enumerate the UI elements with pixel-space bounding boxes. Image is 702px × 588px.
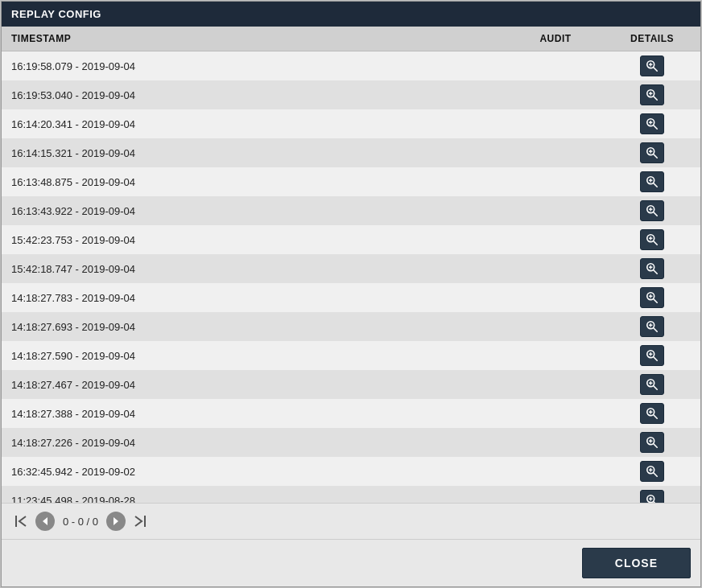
zoom-in-icon (646, 60, 659, 72)
zoom-details-button[interactable] (640, 200, 664, 221)
dialog-header: REPLAY CONFIG (2, 2, 700, 27)
table-row: 14:18:27.467 - 2019-09-04 (2, 370, 700, 399)
zoom-in-icon (646, 465, 659, 478)
cell-audit (507, 196, 604, 225)
cell-audit (507, 109, 604, 138)
cell-audit (507, 80, 604, 109)
cell-timestamp: 16:13:48.875 - 2019-09-04 (2, 167, 507, 196)
cell-details (604, 457, 700, 486)
zoom-details-button[interactable] (640, 142, 664, 163)
cell-details (604, 312, 700, 341)
cell-details (604, 196, 700, 225)
zoom-details-button[interactable] (640, 84, 664, 105)
zoom-in-icon (646, 233, 659, 246)
cell-timestamp: 16:32:45.942 - 2019-09-02 (2, 457, 507, 486)
cell-details (604, 341, 700, 370)
cell-timestamp: 16:19:53.040 - 2019-09-04 (2, 80, 507, 109)
cell-timestamp: 15:42:23.753 - 2019-09-04 (2, 225, 507, 254)
cell-timestamp: 14:18:27.783 - 2019-09-04 (2, 283, 507, 312)
cell-details (604, 428, 700, 457)
first-page-button[interactable] (11, 512, 31, 531)
zoom-details-button[interactable] (640, 171, 664, 192)
table-row: 14:18:27.226 - 2019-09-04 (2, 428, 700, 457)
dialog-body: TIMESTAMP AUDIT DETAILS 16:19:58.079 - 2… (2, 27, 700, 539)
zoom-in-icon (646, 378, 659, 391)
cell-audit (507, 312, 604, 341)
zoom-details-button[interactable] (640, 345, 664, 366)
last-page-button[interactable] (130, 512, 150, 531)
svg-line-41 (654, 357, 657, 360)
col-header-details: DETAILS (604, 27, 700, 51)
zoom-in-icon (646, 262, 659, 275)
svg-line-29 (654, 270, 657, 273)
svg-line-21 (654, 212, 657, 216)
replay-config-dialog: REPLAY CONFIG TIMESTAMP AUDIT DETAILS 16… (1, 1, 701, 587)
cell-timestamp: 14:18:27.467 - 2019-09-04 (2, 370, 507, 399)
zoom-in-icon (646, 494, 659, 503)
table-container: TIMESTAMP AUDIT DETAILS 16:19:58.079 - 2… (2, 27, 700, 503)
cell-timestamp: 11:23:45.498 - 2019-08-28 (2, 486, 507, 503)
zoom-in-icon (646, 88, 659, 101)
cell-timestamp: 14:18:27.388 - 2019-09-04 (2, 399, 507, 428)
table-row: 16:14:20.341 - 2019-09-04 (2, 109, 700, 138)
zoom-details-button[interactable] (640, 403, 664, 424)
zoom-in-icon (646, 291, 659, 304)
zoom-details-button[interactable] (640, 461, 664, 482)
svg-line-33 (654, 299, 657, 302)
cell-details (604, 486, 700, 503)
col-header-timestamp: TIMESTAMP (2, 27, 507, 51)
col-header-audit: AUDIT (507, 27, 604, 51)
cell-timestamp: 14:18:27.226 - 2019-09-04 (2, 428, 507, 457)
cell-audit (507, 225, 604, 254)
zoom-in-icon (646, 146, 659, 159)
cell-audit (507, 341, 604, 370)
pagination-bar: 0 - 0 / 0 (2, 503, 700, 539)
svg-line-49 (654, 415, 657, 418)
svg-marker-70 (114, 517, 118, 525)
zoom-details-button[interactable] (640, 113, 664, 134)
replay-table: TIMESTAMP AUDIT DETAILS 16:19:58.079 - 2… (2, 27, 700, 503)
table-row: 16:32:45.942 - 2019-09-02 (2, 457, 700, 486)
dialog-footer: CLOSE (2, 539, 700, 586)
zoom-details-button[interactable] (640, 374, 664, 395)
next-page-button[interactable] (106, 512, 126, 531)
dialog-title: REPLAY CONFIG (11, 8, 101, 20)
zoom-details-button[interactable] (640, 316, 664, 337)
table-row: 15:42:23.753 - 2019-09-04 (2, 225, 700, 254)
zoom-in-icon (646, 204, 659, 217)
zoom-details-button[interactable] (640, 490, 664, 503)
cell-audit (507, 283, 604, 312)
table-row: 15:42:18.747 - 2019-09-04 (2, 254, 700, 283)
table-row: 16:13:43.922 - 2019-09-04 (2, 196, 700, 225)
zoom-details-button[interactable] (640, 229, 664, 250)
prev-page-button[interactable] (35, 512, 55, 531)
zoom-in-icon (646, 117, 659, 130)
cell-audit (507, 51, 604, 81)
cell-audit (507, 457, 604, 486)
cell-details (604, 283, 700, 312)
cell-audit (507, 486, 604, 503)
svg-line-37 (654, 328, 657, 331)
svg-line-57 (654, 473, 657, 476)
close-button[interactable]: CLOSE (582, 548, 691, 578)
zoom-in-icon (646, 436, 659, 449)
cell-details (604, 109, 700, 138)
table-row: 11:23:45.498 - 2019-08-28 (2, 486, 700, 503)
svg-line-53 (654, 444, 657, 447)
cell-details (604, 138, 700, 167)
svg-line-5 (654, 97, 657, 100)
table-row: 14:18:27.388 - 2019-09-04 (2, 399, 700, 428)
table-row: 16:19:58.079 - 2019-09-04 (2, 51, 700, 81)
zoom-details-button[interactable] (640, 287, 664, 308)
cell-timestamp: 16:14:15.321 - 2019-09-04 (2, 138, 507, 167)
zoom-details-button[interactable] (640, 56, 664, 76)
zoom-details-button[interactable] (640, 432, 664, 453)
zoom-details-button[interactable] (640, 258, 664, 279)
svg-marker-69 (43, 517, 47, 525)
table-row: 16:13:48.875 - 2019-09-04 (2, 167, 700, 196)
table-row: 14:18:27.590 - 2019-09-04 (2, 341, 700, 370)
cell-audit (507, 370, 604, 399)
cell-timestamp: 16:13:43.922 - 2019-09-04 (2, 196, 507, 225)
cell-audit (507, 167, 604, 196)
svg-line-17 (654, 183, 657, 187)
